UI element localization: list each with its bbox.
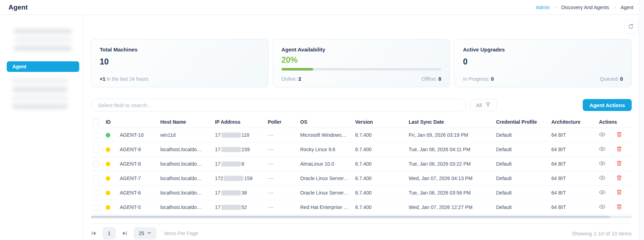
- view-button[interactable]: [599, 131, 606, 139]
- queued-value: 0: [620, 76, 623, 82]
- select-all-checkbox[interactable]: [93, 119, 99, 125]
- table-row[interactable]: AGENT-9 localhost.localdo… 17239 --- Roc…: [91, 142, 632, 157]
- poller: ---: [268, 132, 300, 138]
- os: Oracle Linux Server…: [300, 176, 355, 181]
- current-page-button[interactable]: 1: [103, 227, 116, 239]
- status-dot: [106, 191, 110, 195]
- column-header-poller[interactable]: Poller: [268, 119, 300, 125]
- status-dot: [106, 133, 110, 137]
- poller: ---: [268, 176, 300, 181]
- delete-button[interactable]: [616, 204, 622, 211]
- view-button[interactable]: [599, 160, 606, 168]
- last-sync-date: Wed, Jan 07, 2026 12:27 PM: [409, 204, 496, 210]
- delete-button[interactable]: [616, 131, 622, 139]
- ip-address: 172159: [215, 176, 268, 181]
- filter-button[interactable]: All: [470, 99, 497, 111]
- items-per-page-select[interactable]: 25: [134, 227, 156, 239]
- host-name: localhost.localdo…: [160, 204, 215, 210]
- table-row[interactable]: AGENT-10 win11d 17118 --- Microsoft Wind…: [91, 128, 632, 142]
- eye-icon: [599, 189, 606, 197]
- row-checkbox[interactable]: [93, 204, 99, 210]
- card-title: Total Machines: [100, 47, 260, 53]
- breadcrumb-separator: ›: [555, 5, 556, 10]
- sidebar: Agent: [0, 15, 83, 240]
- column-header-ip-address[interactable]: IP Address: [215, 119, 268, 125]
- sidebar-redacted-group-top: [9, 25, 77, 57]
- poller: ---: [268, 161, 300, 167]
- first-page-button[interactable]: [91, 230, 97, 236]
- table-row[interactable]: AGENT-8 localhost.localdo… 178 --- AlmaL…: [91, 157, 632, 171]
- top-bar: Agent Admin›Discovery And Agents›Agent: [0, 0, 644, 15]
- items-per-page-value: 25: [139, 230, 144, 236]
- credential-profile: Default: [496, 132, 551, 138]
- availability-footer: Online: 2 Offline: 8: [281, 76, 441, 82]
- last-sync-date: Fri, Jan 09, 2026 03:19 PM: [409, 132, 496, 138]
- last-sync-date: Wed, Jan 07, 2026 04:13 PM: [409, 176, 496, 181]
- agent-id: AGENT-9: [120, 147, 141, 152]
- search-input[interactable]: [91, 99, 466, 111]
- row-checkbox[interactable]: [93, 132, 99, 138]
- delete-button[interactable]: [616, 175, 622, 182]
- card-title: Agent Availability: [281, 47, 441, 53]
- main-content: Total Machines 10 +1 in the last 24 hour…: [83, 15, 644, 240]
- ip-redaction: [221, 161, 241, 167]
- architecture: 64 BIT: [551, 204, 599, 210]
- credential-profile: Default: [496, 176, 551, 181]
- breadcrumb-item-admin[interactable]: Admin: [536, 5, 550, 10]
- host-name: localhost.localdo…: [160, 161, 215, 167]
- window-scroll-gutter[interactable]: [639, 0, 644, 240]
- column-header-host-name[interactable]: Host Name: [160, 119, 215, 125]
- table-row[interactable]: AGENT-5 localhost.localdo… 1752 --- Red …: [91, 200, 632, 215]
- status-dot: [106, 176, 110, 181]
- delete-button[interactable]: [616, 146, 622, 153]
- architecture: 64 BIT: [551, 132, 599, 138]
- eye-icon: [599, 146, 606, 153]
- column-header-architecture[interactable]: Architecture: [551, 119, 599, 125]
- refresh-icon: [628, 23, 634, 31]
- breadcrumb-item-agent[interactable]: Agent: [620, 5, 633, 10]
- view-button[interactable]: [599, 189, 606, 197]
- active-upgrades-footer: In Progress: 0 Queued: 0: [463, 76, 623, 82]
- column-header-version[interactable]: Version: [355, 119, 409, 125]
- row-checkbox[interactable]: [93, 190, 99, 196]
- delete-button[interactable]: [616, 160, 622, 167]
- table-row[interactable]: AGENT-6 localhost.localdo… 1738 --- Orac…: [91, 186, 632, 200]
- table-body: AGENT-10 win11d 17118 --- Microsoft Wind…: [91, 128, 632, 215]
- view-button[interactable]: [599, 203, 606, 211]
- column-header-last-sync-date[interactable]: Last Sync Date: [409, 119, 496, 125]
- row-checkbox[interactable]: [93, 147, 99, 153]
- column-header-credential-profile[interactable]: Credential Profile: [496, 119, 551, 125]
- sidebar-item-agent[interactable]: Agent: [7, 61, 79, 72]
- filter-label: All: [476, 102, 482, 108]
- delete-button[interactable]: [616, 189, 622, 196]
- version: 8.7.400: [355, 161, 409, 167]
- column-header-actions[interactable]: Actions: [599, 119, 632, 125]
- breadcrumb-item-discovery-and-agents[interactable]: Discovery And Agents: [561, 5, 609, 10]
- eye-icon: [599, 174, 606, 182]
- sidebar-redacted-group-bottom: [7, 75, 73, 117]
- horizontal-scrollbar[interactable]: [91, 216, 632, 218]
- row-checkbox[interactable]: [93, 176, 99, 181]
- architecture: 64 BIT: [551, 147, 599, 152]
- items-per-page-label: Items Per Page: [164, 230, 198, 236]
- ip-redaction: [221, 190, 241, 196]
- credential-profile: Default: [496, 161, 551, 167]
- host-name: localhost.localdo…: [160, 190, 215, 196]
- ip-address: 17118: [215, 132, 268, 138]
- column-header-os[interactable]: OS: [300, 119, 355, 125]
- ip-address: 1752: [215, 204, 268, 210]
- queued-label: Queued:: [600, 76, 620, 82]
- table-row[interactable]: AGENT-7 localhost.localdo… 172159 --- Or…: [91, 171, 632, 186]
- column-header-id[interactable]: ID: [106, 119, 160, 125]
- row-checkbox[interactable]: [93, 161, 99, 167]
- ip-redaction: [221, 133, 241, 138]
- view-button[interactable]: [599, 146, 606, 153]
- last-page-button[interactable]: [122, 230, 128, 236]
- horizontal-scrollbar-thumb[interactable]: [91, 216, 610, 218]
- agent-id: AGENT-6: [120, 190, 141, 196]
- view-button[interactable]: [599, 174, 606, 182]
- agent-actions-button[interactable]: Agent Actions: [583, 99, 632, 111]
- breadcrumb-separator: ›: [614, 5, 615, 10]
- ip-address: 17239: [215, 147, 268, 153]
- refresh-button[interactable]: [624, 20, 638, 33]
